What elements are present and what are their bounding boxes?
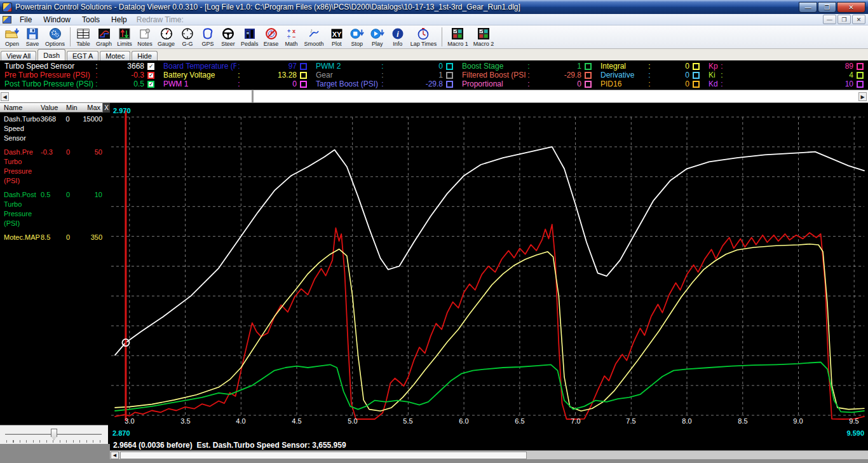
param-checkbox[interactable] bbox=[446, 63, 453, 70]
notes-button[interactable]: Notes bbox=[135, 25, 155, 48]
menu-file[interactable]: File bbox=[14, 14, 37, 25]
x-tick-label: 3.5 bbox=[176, 417, 195, 425]
sidebar-close-button[interactable]: X bbox=[102, 103, 110, 113]
pedals-icon bbox=[242, 27, 257, 40]
param-colon: : bbox=[719, 79, 724, 88]
tab-dash[interactable]: Dash bbox=[37, 49, 65, 60]
toolbar-separator bbox=[70, 27, 71, 46]
param-value: 89 bbox=[724, 62, 853, 71]
toolbar-button-label: Play bbox=[372, 41, 383, 47]
param-checkbox[interactable] bbox=[857, 72, 864, 79]
x-axis-end-label: 9.590 bbox=[846, 429, 864, 437]
macro-2-button[interactable]: Macro 2 bbox=[471, 25, 497, 48]
menu-window[interactable]: Window bbox=[37, 14, 76, 25]
channel-name: Dash.Post Turbo Pressure (PSI) bbox=[0, 190, 41, 228]
chart-panel[interactable]: 3.03.54.04.55.05.56.06.57.07.58.08.59.09… bbox=[110, 103, 868, 459]
channel-name: Motec.MAP bbox=[0, 233, 41, 242]
param-name: PWM 1 bbox=[159, 79, 236, 88]
lap-times-button[interactable]: Lap Times bbox=[408, 25, 440, 48]
param-checkbox[interactable] bbox=[446, 81, 453, 88]
graph-button[interactable]: Graph bbox=[93, 25, 114, 48]
gg-icon bbox=[180, 27, 195, 40]
stop-button[interactable]: Stop bbox=[347, 25, 367, 48]
chart-scroll-left-icon[interactable]: ◀ bbox=[111, 452, 119, 459]
plot-button[interactable]: XY Plot bbox=[327, 25, 347, 48]
table-button[interactable]: Table bbox=[73, 25, 93, 48]
save-button[interactable]: Save bbox=[22, 25, 43, 48]
channel-row-motec-map[interactable]: Motec.MAP 8.5 0 350 bbox=[0, 231, 110, 245]
window-close-button[interactable]: ✕ bbox=[837, 2, 865, 13]
toolbar-button-label: Smooth bbox=[304, 41, 324, 47]
gauge-button[interactable]: Gauge bbox=[155, 25, 177, 48]
chart-scrollbar-thumb[interactable] bbox=[120, 452, 527, 459]
scroll-left-icon[interactable]: ◀ bbox=[1, 92, 9, 101]
gps-button[interactable]: GPS bbox=[198, 25, 218, 48]
limits-button[interactable]: Limits bbox=[114, 25, 135, 48]
info-button[interactable]: i Info bbox=[388, 25, 408, 48]
param-checkbox[interactable] bbox=[693, 81, 700, 88]
param-name: PWM 2 bbox=[311, 62, 380, 71]
param-checkbox[interactable] bbox=[300, 63, 307, 70]
param-colon: : bbox=[526, 79, 531, 88]
chart-scrollbar[interactable]: ◀ bbox=[110, 450, 868, 459]
window-minimize-button[interactable]: — bbox=[799, 2, 817, 13]
param-checkbox[interactable] bbox=[585, 81, 592, 88]
channel-row-dash-post-turbo-pressure-psi[interactable]: Dash.Post Turbo Pressure (PSI) 0.5 0 10 bbox=[0, 188, 110, 231]
channel-row-dash-turbo-speed-sensor[interactable]: Dash.Turbo Speed Sensor 3668 0 15000 bbox=[0, 113, 110, 146]
x-tick-label: 3.0 bbox=[120, 417, 139, 425]
time-slider[interactable] bbox=[0, 425, 108, 444]
param-checkbox[interactable] bbox=[300, 72, 307, 79]
menu-help[interactable]: Help bbox=[105, 14, 133, 25]
math-button[interactable]: +x÷− Math bbox=[281, 25, 302, 48]
tab-egt-a[interactable]: EGT A bbox=[67, 51, 98, 60]
plot-svg[interactable] bbox=[110, 103, 868, 421]
steer-button[interactable]: Steer bbox=[218, 25, 238, 48]
toolbar-button-label: Macro 1 bbox=[447, 41, 468, 47]
mdi-restore-button[interactable]: ❐ bbox=[837, 15, 851, 24]
param-checkbox[interactable] bbox=[446, 72, 453, 79]
smooth-button[interactable]: Smooth bbox=[302, 25, 327, 48]
erase-button[interactable]: Erase bbox=[261, 25, 281, 48]
open-button[interactable]: Open bbox=[2, 25, 22, 48]
col-header-min: Min bbox=[66, 104, 83, 111]
param-colon: : bbox=[526, 71, 531, 79]
tab-view-all[interactable]: View All bbox=[1, 51, 36, 60]
param-checkbox[interactable] bbox=[585, 63, 592, 70]
pedals-button[interactable]: Pedals bbox=[238, 25, 261, 48]
channel-row-dash-pre-turbo-pressure-psi[interactable]: Dash.Pre Turbo Pressure (PSI) -0.3 0 50 bbox=[0, 146, 110, 188]
param-name: PID16 bbox=[596, 79, 647, 88]
sidebar-rows: Dash.Turbo Speed Sensor 3668 0 15000 Das… bbox=[0, 113, 110, 245]
svg-text:÷: ÷ bbox=[287, 34, 290, 40]
param-checkbox[interactable] bbox=[693, 63, 700, 70]
toolbar-button-label: Pedals bbox=[241, 41, 259, 47]
param-row-board-temperature-f: Board Temperature (F) : 97 bbox=[159, 62, 311, 71]
x-axis-start-label: 2.870 bbox=[112, 429, 130, 437]
g-g-button[interactable]: G-G bbox=[177, 25, 198, 48]
param-value: 1 bbox=[531, 62, 581, 71]
window-restore-button[interactable]: ❐ bbox=[818, 2, 836, 13]
scroll-right-icon[interactable]: ▶ bbox=[858, 92, 867, 101]
param-checkbox[interactable] bbox=[693, 72, 700, 79]
menu-tools[interactable]: Tools bbox=[76, 14, 105, 25]
param-checkbox[interactable] bbox=[857, 63, 864, 70]
math-icon: +x÷− bbox=[284, 27, 299, 40]
tab-hide[interactable]: Hide bbox=[132, 51, 158, 60]
x-tick-label: 7.0 bbox=[566, 417, 585, 425]
options-button[interactable]: Options bbox=[43, 25, 67, 48]
param-checkbox[interactable]: ✓ bbox=[147, 72, 154, 79]
notes-icon bbox=[137, 27, 153, 40]
tab-motec[interactable]: Motec bbox=[100, 51, 130, 60]
param-checkbox[interactable] bbox=[300, 81, 307, 88]
play-button[interactable]: Play bbox=[367, 25, 388, 48]
param-checkbox[interactable] bbox=[857, 81, 864, 88]
slider-thumb[interactable] bbox=[51, 429, 57, 440]
param-checkbox[interactable]: ✓ bbox=[147, 81, 154, 88]
channel-min: 0 bbox=[66, 148, 83, 157]
channel-value: 3668 bbox=[41, 114, 66, 124]
param-checkbox[interactable] bbox=[585, 72, 592, 79]
mdi-minimize-button[interactable]: — bbox=[823, 15, 836, 24]
mdi-close-button[interactable]: ✕ bbox=[852, 15, 865, 24]
upper-scrollbar-strip[interactable]: ◀ ▶ bbox=[0, 90, 868, 103]
param-checkbox[interactable]: ✓ bbox=[147, 63, 154, 70]
macro-1-button[interactable]: Macro 1 bbox=[445, 25, 471, 48]
